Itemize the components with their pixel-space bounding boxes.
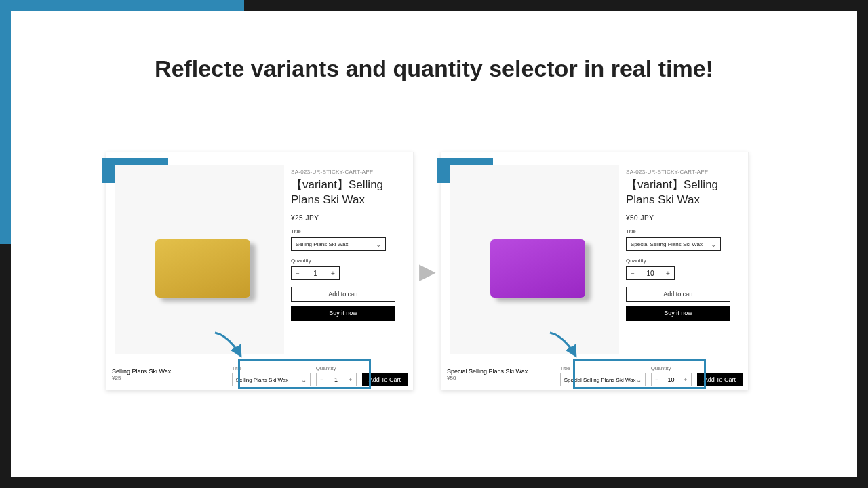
quantity-stepper-after[interactable]: − 10 +: [626, 266, 675, 280]
plus-icon[interactable]: +: [662, 270, 674, 277]
sticky-qty-value: 10: [663, 376, 680, 383]
product-details-before: SA-023-UR-STICKY-CART-APP 【variant】Selli…: [284, 165, 405, 354]
quantity-stepper-before[interactable]: − 1 +: [291, 266, 340, 280]
minus-icon[interactable]: −: [317, 376, 328, 383]
sticky-variant-value: Special Selling Plans Ski Wax: [564, 377, 636, 383]
minus-icon[interactable]: −: [627, 270, 639, 277]
product-area-after: SA-023-UR-STICKY-CART-APP 【variant】Selli…: [450, 165, 740, 354]
product-sku: SA-023-UR-STICKY-CART-APP: [291, 169, 401, 175]
plus-icon[interactable]: +: [345, 376, 356, 383]
quantity-value: 10: [639, 270, 662, 277]
sticky-add-button-after[interactable]: Add To Cart: [697, 373, 743, 386]
variant-select-after[interactable]: Special Selling Plans Ski Wax: [626, 237, 721, 251]
content-card: Reflecte variants and quantity selector …: [11, 11, 857, 477]
buy-now-button[interactable]: Buy it now: [291, 306, 395, 321]
minus-icon[interactable]: −: [652, 376, 663, 383]
chevron-down-icon: [376, 241, 381, 248]
sticky-add-button-before[interactable]: Add To Cart: [362, 373, 408, 386]
product-details-after: SA-023-UR-STICKY-CART-APP 【variant】Selli…: [619, 165, 740, 354]
sticky-variant-select-after[interactable]: Special Selling Plans Ski Wax: [560, 373, 646, 386]
sticky-info: Selling Plans Ski Wax ¥25: [112, 368, 171, 381]
sticky-variant-label: Title: [232, 365, 311, 371]
quantity-label: Quantity: [291, 258, 401, 264]
sticky-qty-stepper-before[interactable]: − 1 +: [316, 373, 357, 386]
sticky-qty-label: Quantity: [316, 365, 357, 371]
chevron-down-icon: [711, 241, 716, 248]
quantity-label: Quantity: [626, 258, 736, 264]
sticky-price: ¥25: [112, 375, 171, 381]
variant-select-before[interactable]: Selling Plans Ski Wax: [291, 237, 386, 251]
plus-icon[interactable]: +: [327, 270, 339, 277]
product-area-before: SA-023-UR-STICKY-CART-APP 【variant】Selli…: [115, 165, 405, 354]
sticky-title: Special Selling Plans Ski Wax: [447, 368, 528, 375]
before-panel: Before SA-023-UR-STICKY-CART-APP 【varian…: [106, 152, 414, 390]
product-title: 【variant】Selling Plans Ski Wax: [291, 178, 401, 207]
product-photo-before: [115, 165, 284, 354]
sticky-info: Special Selling Plans Ski Wax ¥50: [447, 368, 528, 381]
wax-icon-yellow: [155, 239, 250, 298]
wax-icon-purple: [490, 239, 585, 298]
arrow-icon: [208, 329, 249, 363]
plus-icon[interactable]: +: [680, 376, 691, 383]
sticky-bar-before: Selling Plans Ski Wax ¥25 Title Selling …: [106, 359, 413, 390]
sticky-qty-label: Quantity: [651, 365, 692, 371]
transition-arrow-icon: ▶: [414, 152, 441, 390]
after-panel: After SA-023-UR-STICKY-CART-APP 【variant…: [441, 152, 749, 390]
sticky-bar-after: Special Selling Plans Ski Wax ¥50 Title …: [441, 359, 748, 390]
variant-select-value: Special Selling Plans Ski Wax: [631, 241, 703, 247]
product-sku: SA-023-UR-STICKY-CART-APP: [626, 169, 736, 175]
sticky-price: ¥50: [447, 375, 528, 381]
chevron-down-icon: [301, 376, 307, 384]
add-to-cart-button[interactable]: Add to cart: [291, 287, 395, 302]
product-price-before: ¥25 JPY: [291, 214, 401, 222]
variant-select-value: Selling Plans Ski Wax: [296, 241, 349, 247]
sticky-variant-select-before[interactable]: Selling Plans Ski Wax: [232, 373, 311, 386]
variant-label: Title: [626, 228, 736, 235]
product-photo-after: [450, 165, 619, 354]
buy-now-button[interactable]: Buy it now: [626, 306, 730, 321]
quantity-value: 1: [304, 270, 327, 277]
chevron-down-icon: [636, 376, 642, 384]
headline: Reflecte variants and quantity selector …: [11, 56, 857, 82]
product-title: 【variant】Selling Plans Ski Wax: [626, 178, 736, 207]
minus-icon[interactable]: −: [292, 270, 304, 277]
variant-label: Title: [291, 228, 401, 235]
arrow-icon: [543, 329, 584, 363]
sticky-variant-label: Title: [560, 365, 646, 371]
sticky-variant-value: Selling Plans Ski Wax: [236, 377, 289, 383]
sticky-qty-stepper-after[interactable]: − 10 +: [651, 373, 692, 386]
add-to-cart-button[interactable]: Add to cart: [626, 287, 730, 302]
product-price-after: ¥50 JPY: [626, 214, 736, 222]
sticky-qty-value: 1: [328, 376, 345, 383]
sticky-title: Selling Plans Ski Wax: [112, 368, 171, 375]
